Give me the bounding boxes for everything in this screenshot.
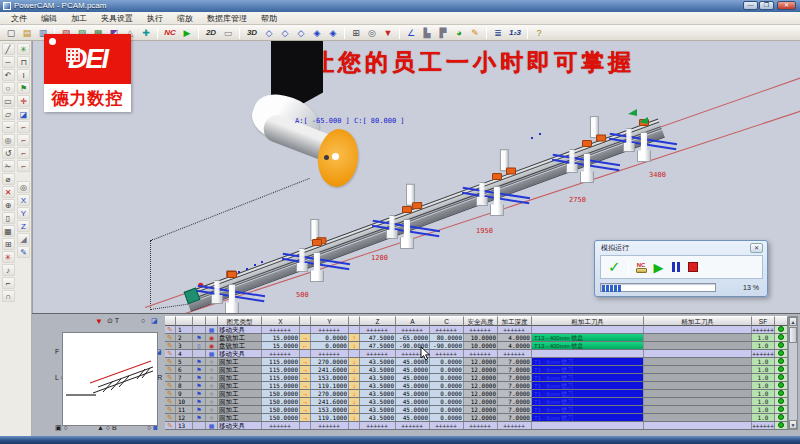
- 3d-view-icon[interactable]: 3D: [244, 26, 260, 40]
- operation-row-8[interactable]: ✎8⚑○圆加工115.0000→119.1000↓43.500045.00000…: [165, 382, 788, 390]
- offset-tool-icon[interactable]: ⌀: [2, 173, 15, 185]
- operation-row-1[interactable]: ✎1▦移动夹具+++++++++++++++++++++++++++++++++…: [165, 326, 788, 334]
- x-direction-arrow-icon[interactable]: →: [300, 382, 311, 389]
- edit-pencil-icon[interactable]: ✎: [165, 342, 176, 349]
- pause-button[interactable]: [671, 262, 681, 272]
- delete-tool-icon[interactable]: ✕: [2, 186, 15, 198]
- close-button[interactable]: ✕: [777, 1, 796, 10]
- menu-item-1[interactable]: 文件: [4, 12, 34, 25]
- y-direction-arrow-icon[interactable]: ↓: [349, 358, 360, 365]
- line-tool-icon[interactable]: ╱: [2, 43, 15, 55]
- edit-pencil-icon[interactable]: ✎: [165, 382, 176, 389]
- menu-item-2[interactable]: 编辑: [34, 12, 64, 25]
- snap-tool-icon[interactable]: ✳: [17, 43, 30, 55]
- edit-pencil-icon[interactable]: ✎: [165, 326, 176, 333]
- operation-row-13[interactable]: ✎13▦移动夹具++++++++++++++++++++++++++++++++…: [165, 422, 788, 430]
- note-tool-icon[interactable]: ♪: [2, 264, 15, 276]
- box-tool-icon[interactable]: ▯: [2, 212, 15, 224]
- x-direction-arrow-icon[interactable]: →: [300, 366, 311, 373]
- x-direction-arrow-icon[interactable]: [300, 326, 311, 333]
- operation-row-9[interactable]: ✎9⚑○圆加工150.0000→270.0000↓43.500045.00000…: [165, 390, 788, 398]
- edit-pencil-icon[interactable]: ✎: [165, 350, 176, 357]
- profile-3-icon[interactable]: ⌐: [17, 147, 30, 159]
- view-cube-top-icon[interactable]: ◇: [278, 26, 292, 40]
- slot-tool-icon[interactable]: ⌣: [2, 121, 15, 133]
- x-direction-arrow-icon[interactable]: [300, 350, 311, 357]
- rect-tool-icon[interactable]: ▭: [2, 95, 15, 107]
- annotate-icon[interactable]: ✎: [468, 26, 482, 40]
- edit-pencil-icon[interactable]: ✎: [165, 398, 176, 405]
- ellipse-tool-icon[interactable]: ◎: [2, 134, 15, 146]
- rotate-tool-icon[interactable]: ↺: [2, 147, 15, 159]
- operation-row-12[interactable]: ✎12⚑○圆加工150.0000→119.1000↓43.500045.0000…: [165, 414, 788, 422]
- circle-tool-icon[interactable]: ○: [2, 82, 15, 94]
- minimize-button[interactable]: —: [743, 1, 758, 10]
- dialog-close-button[interactable]: ✕: [750, 243, 763, 253]
- operation-row-11[interactable]: ✎11⚑○圆加工150.0000→153.0000↓43.500045.0000…: [165, 406, 788, 414]
- profile-1-icon[interactable]: ⌐: [17, 121, 30, 133]
- x-direction-arrow-icon[interactable]: →: [300, 374, 311, 381]
- view-cube-front-icon[interactable]: ◇: [294, 26, 308, 40]
- y-direction-arrow-icon[interactable]: [349, 350, 360, 357]
- y-direction-arrow-icon[interactable]: ↓: [349, 342, 360, 349]
- shade-icon[interactable]: ◎: [365, 26, 379, 40]
- trim-tool-icon[interactable]: ✁: [2, 160, 15, 172]
- run-icon[interactable]: ▶: [180, 26, 194, 40]
- scroll-thumb[interactable]: [789, 327, 797, 343]
- profile-4-icon[interactable]: ⌐: [17, 160, 30, 172]
- operation-row-6[interactable]: ✎6⚑○圆加工115.0000→241.6000↓43.500045.00000…: [165, 366, 788, 374]
- corner-view-icon[interactable]: ◪: [151, 317, 158, 325]
- open-file-icon[interactable]: ▤: [20, 26, 34, 40]
- 2d-window-icon[interactable]: ▭: [221, 26, 235, 40]
- x-direction-arrow-icon[interactable]: →: [300, 358, 311, 365]
- measure-icon[interactable]: ◕: [452, 26, 466, 40]
- y-direction-arrow-icon[interactable]: ↓: [349, 390, 360, 397]
- arc-tool-icon[interactable]: ↶: [2, 69, 15, 81]
- operation-row-4[interactable]: ✎4▦移动夹具+++++++++++++++++++++++++++++++++…: [165, 350, 788, 358]
- 2d-view-icon[interactable]: 2D: [203, 26, 219, 40]
- x-direction-arrow-icon[interactable]: →: [300, 334, 311, 341]
- bracket-tool-icon[interactable]: ⊓: [17, 56, 30, 68]
- view-y-icon[interactable]: Y: [17, 207, 30, 219]
- new-file-icon[interactable]: ▢: [4, 26, 18, 40]
- grid-icon[interactable]: ⊞: [349, 26, 363, 40]
- operation-row-2[interactable]: ✎2⚑◉盘铣加工15.0000→0.0000↑47.5000-65.000080…: [165, 334, 788, 342]
- filter-icon[interactable]: ▼: [381, 26, 395, 40]
- menu-item-7[interactable]: 数据库管理: [200, 12, 254, 25]
- nc-file-button[interactable]: NC: [636, 262, 647, 273]
- y-direction-arrow-icon[interactable]: ↑: [349, 334, 360, 341]
- view-z-icon[interactable]: Z: [17, 220, 30, 232]
- titlebar[interactable]: PowerCAM - PCAM.pcam — ❐ ✕: [0, 0, 800, 12]
- edit-pencil-icon[interactable]: ✎: [165, 390, 176, 397]
- add-icon[interactable]: ✚: [139, 26, 153, 40]
- ruler-icon[interactable]: ≣: [491, 26, 505, 40]
- filter-funnel-icon[interactable]: ▼: [95, 317, 103, 326]
- operation-row-3[interactable]: ✎3▯◉盘铣加工15.0000←0.0000↓47.5000-90.0000-9…: [165, 342, 788, 350]
- radio-top[interactable]: ⊙ T: [107, 317, 119, 325]
- grid-tool-icon[interactable]: ⊞: [2, 238, 15, 250]
- maximize-button[interactable]: ❐: [759, 1, 774, 10]
- x-direction-arrow-icon[interactable]: ←: [300, 342, 311, 349]
- view-tilt-icon[interactable]: ◢: [17, 233, 30, 245]
- view-cube-iso-icon[interactable]: ◇: [262, 26, 276, 40]
- x-direction-arrow-icon[interactable]: →: [300, 414, 311, 421]
- flag-tool-icon[interactable]: ⚑: [17, 82, 30, 94]
- nc-output-icon[interactable]: NC: [162, 26, 178, 40]
- y-direction-arrow-icon[interactable]: [349, 422, 360, 429]
- edit-pencil-icon[interactable]: ✎: [165, 334, 176, 341]
- y-direction-arrow-icon[interactable]: [349, 326, 360, 333]
- y-direction-arrow-icon[interactable]: ↓: [349, 374, 360, 381]
- x-direction-arrow-icon[interactable]: [300, 422, 311, 429]
- fixture-1-icon[interactable]: ▙: [420, 26, 434, 40]
- menu-item-8[interactable]: 帮助: [254, 12, 284, 25]
- view-cube-left-icon[interactable]: ◈: [310, 26, 324, 40]
- axes-icon[interactable]: ∠: [404, 26, 418, 40]
- fill-tool-icon[interactable]: ◪: [17, 108, 30, 120]
- arc2-tool-icon[interactable]: ∩: [2, 290, 15, 302]
- edit-pencil-icon[interactable]: ✎: [165, 358, 176, 365]
- dashed-line-tool-icon[interactable]: ┄: [2, 56, 15, 68]
- menu-item-6[interactable]: 缩放: [170, 12, 200, 25]
- profile-2-icon[interactable]: ⌐: [17, 134, 30, 146]
- x-direction-arrow-icon[interactable]: →: [300, 398, 311, 405]
- polygon-tool-icon[interactable]: ▱: [2, 108, 15, 120]
